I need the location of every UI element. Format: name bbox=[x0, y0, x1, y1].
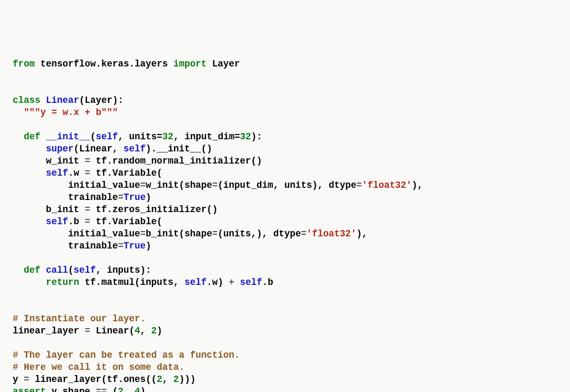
code-token: , bbox=[124, 386, 135, 392]
code-token bbox=[13, 144, 46, 154]
code-token: + bbox=[229, 277, 235, 288]
code-token: b_init(shape bbox=[146, 228, 212, 239]
code-token: Linear( bbox=[90, 326, 135, 336]
code-token: tf.Variable( bbox=[90, 216, 163, 227]
code-token: .w) bbox=[207, 277, 229, 288]
code-token bbox=[41, 95, 46, 106]
code-token: call bbox=[46, 265, 68, 275]
code-token: 2 bbox=[174, 374, 179, 385]
code-token bbox=[41, 131, 46, 142]
code-token: 'float32' bbox=[362, 180, 412, 190]
code-token: ))) bbox=[179, 374, 196, 385]
code-token: = bbox=[301, 228, 307, 239]
code-token: self bbox=[240, 277, 262, 288]
code-token: = bbox=[118, 241, 124, 251]
code-token: ), bbox=[356, 228, 367, 239]
code-token: y.shape bbox=[46, 386, 96, 392]
code-token: self bbox=[185, 277, 207, 288]
code-token: (input_dim, units), dtype bbox=[218, 180, 357, 190]
code-token: = bbox=[85, 326, 91, 336]
code-token: 'float32' bbox=[307, 228, 357, 239]
code-token: , input_dim= bbox=[174, 131, 240, 142]
code-token: ) bbox=[157, 326, 163, 336]
code-token: trainable bbox=[13, 192, 118, 203]
code-token: b_init bbox=[13, 204, 85, 215]
code-token: trainable bbox=[13, 241, 118, 251]
code-token: tf.matmul(inputs, bbox=[79, 277, 185, 288]
code-token: def bbox=[24, 131, 41, 142]
code-token: ).__init__() bbox=[146, 144, 212, 154]
code-token: tf.random_normal_initializer() bbox=[90, 156, 262, 166]
code-token: = bbox=[24, 374, 30, 385]
code-token: tf.Variable( bbox=[90, 168, 163, 178]
code-token: True bbox=[124, 192, 146, 203]
code-token: # The layer can be treated as a function… bbox=[13, 350, 240, 360]
code-token: self bbox=[96, 131, 118, 142]
code-token: linear_layer(tf.ones(( bbox=[30, 374, 157, 385]
code-token: w_init bbox=[13, 156, 85, 166]
code-token: .b bbox=[68, 216, 85, 227]
code-token: (Layer): bbox=[79, 95, 124, 106]
code-token: # Instantiate our layer. bbox=[13, 313, 146, 324]
code-token: ) bbox=[146, 241, 151, 251]
code-token: Linear bbox=[46, 95, 79, 106]
code-token: 2 bbox=[151, 326, 157, 336]
code-token: ) bbox=[146, 192, 151, 203]
code-token: .w bbox=[68, 168, 85, 178]
code-token: = bbox=[212, 228, 218, 239]
code-token: ), bbox=[412, 180, 423, 190]
code-token: = bbox=[85, 204, 91, 215]
code-token: (Linear, bbox=[74, 144, 124, 154]
code-token: y bbox=[13, 374, 24, 385]
code-token bbox=[13, 216, 46, 227]
code-token: = bbox=[85, 216, 91, 227]
code-token: initial_value bbox=[13, 180, 140, 190]
code-token: 2 bbox=[118, 386, 124, 392]
code-token: self bbox=[46, 216, 68, 227]
code-token: 32 bbox=[240, 131, 251, 142]
code-token: ): bbox=[251, 131, 262, 142]
code-token: tensorflow.keras.layers bbox=[35, 59, 174, 69]
code-token: = bbox=[212, 180, 218, 190]
code-token: initial_value bbox=[13, 228, 140, 239]
code-token bbox=[13, 168, 46, 178]
code-token: , bbox=[163, 374, 174, 385]
code-token: self bbox=[124, 144, 146, 154]
code-token: ) bbox=[140, 386, 146, 392]
code-block: from tensorflow.keras.layers import Laye… bbox=[13, 58, 557, 392]
code-token: = bbox=[118, 192, 124, 203]
code-token: ( bbox=[90, 131, 96, 142]
code-token: super bbox=[46, 144, 74, 154]
code-token: 4 bbox=[135, 386, 140, 392]
code-token: 32 bbox=[163, 131, 174, 142]
code-token bbox=[13, 265, 24, 275]
code-token: import bbox=[174, 59, 207, 69]
code-token: ( bbox=[68, 265, 74, 275]
code-token bbox=[13, 107, 24, 118]
code-token: def bbox=[24, 265, 41, 275]
code-token bbox=[234, 277, 240, 288]
code-token: tf.zeros_initializer() bbox=[90, 204, 218, 215]
code-token: (units,), dtype bbox=[218, 228, 301, 239]
code-token: , bbox=[140, 326, 151, 336]
code-token: == bbox=[96, 386, 107, 392]
code-token: self bbox=[46, 168, 68, 178]
code-token: = bbox=[85, 156, 91, 166]
code-token: from bbox=[13, 59, 35, 69]
code-token: ( bbox=[107, 386, 118, 392]
code-token: .b bbox=[262, 277, 273, 288]
code-token bbox=[13, 131, 24, 142]
code-token bbox=[13, 277, 46, 288]
code-token bbox=[41, 265, 46, 275]
code-token: Layer bbox=[207, 59, 240, 69]
code-token: assert bbox=[13, 386, 46, 392]
code-token: = bbox=[140, 228, 146, 239]
code-token: return bbox=[46, 277, 79, 288]
code-token: # Here we call it on some data. bbox=[13, 362, 185, 372]
code-token: = bbox=[356, 180, 362, 190]
code-token: self bbox=[74, 265, 96, 275]
code-token: __init__ bbox=[46, 131, 90, 142]
code-token: , inputs): bbox=[96, 265, 151, 275]
code-token: , units= bbox=[118, 131, 163, 142]
code-token: """y = w.x + b""" bbox=[24, 107, 118, 118]
